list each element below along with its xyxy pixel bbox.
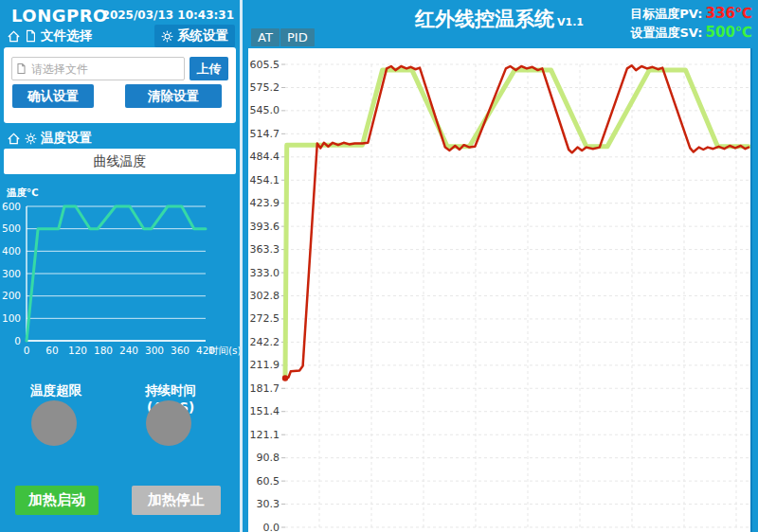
- svg-text:300: 300: [145, 345, 164, 356]
- home-icon[interactable]: [7, 29, 21, 44]
- pv-sv-readout: 目标温度PV:336℃ 设置温度SV:500℃: [630, 4, 752, 42]
- svg-text:60: 60: [45, 345, 58, 356]
- document-icon: [16, 62, 27, 75]
- sv-value: 500℃: [706, 24, 752, 41]
- svg-text:600: 600: [2, 201, 21, 212]
- sv-label: 设置温度SV:: [630, 26, 702, 40]
- svg-text:300: 300: [2, 268, 21, 279]
- svg-text:0: 0: [24, 345, 30, 356]
- over-limit-label: 温度超限: [18, 382, 94, 399]
- sv-row: 设置温度SV:500℃: [630, 23, 752, 42]
- main-chart-panel: 605.5575.2545.0514.7484.4454.1423.9393.6…: [248, 48, 752, 532]
- file-select-card: 上传 确认设置 清除设置: [4, 47, 236, 123]
- clear-settings-button[interactable]: 清除设置: [125, 84, 222, 108]
- svg-text:180: 180: [94, 345, 113, 356]
- over-limit-indicator: [31, 400, 77, 446]
- svg-text:121.1: 121.1: [250, 429, 280, 441]
- svg-text:360: 360: [171, 345, 190, 356]
- gear-icon: [25, 133, 37, 145]
- svg-text:393.6: 393.6: [250, 221, 280, 233]
- svg-text:333.0: 333.0: [250, 267, 280, 279]
- home-icon[interactable]: [7, 132, 21, 146]
- svg-text:0: 0: [14, 335, 21, 346]
- svg-text:454.1: 454.1: [250, 174, 280, 186]
- svg-text:60.5: 60.5: [257, 475, 280, 488]
- pv-row: 目标温度PV:336℃: [630, 4, 752, 23]
- heat-stop-button[interactable]: 加热停止: [132, 486, 221, 515]
- panel-divider: [240, 0, 243, 532]
- svg-text:时间(s): 时间(s): [208, 345, 240, 356]
- temp-section-header: 温度设置: [7, 129, 92, 148]
- temperature-trend-chart: 605.5575.2545.0514.7484.4454.1423.9393.6…: [248, 48, 750, 532]
- pv-label: 目标温度PV:: [630, 7, 702, 21]
- svg-text:181.7: 181.7: [250, 382, 280, 395]
- file-select-input[interactable]: [29, 62, 180, 77]
- file-icon: [25, 29, 37, 43]
- svg-text:100: 100: [2, 312, 21, 324]
- app-version: V1.1: [557, 16, 584, 28]
- app-window: LONGPRO 2025/03/13 10:43:31 文件选择 系统设置: [0, 0, 758, 532]
- svg-text:400: 400: [2, 245, 21, 257]
- svg-text:温度℃: 温度℃: [6, 186, 39, 198]
- left-panel: LONGPRO 2025/03/13 10:43:31 文件选择 系统设置: [0, 0, 240, 532]
- svg-text:120: 120: [68, 345, 87, 356]
- svg-text:272.5: 272.5: [250, 312, 280, 325]
- svg-text:363.3: 363.3: [250, 243, 280, 256]
- heat-start-button[interactable]: 加热启动: [15, 486, 99, 515]
- curve-temperature-button[interactable]: 曲线温度: [4, 149, 236, 174]
- system-settings-button[interactable]: 系统设置: [154, 25, 235, 47]
- file-input-wrap: [11, 57, 185, 80]
- file-section-title: 文件选择: [41, 27, 92, 44]
- svg-text:605.5: 605.5: [250, 59, 280, 71]
- gear-icon: [161, 30, 173, 43]
- svg-text:302.8: 302.8: [250, 290, 280, 302]
- svg-text:30.3: 30.3: [257, 498, 280, 510]
- svg-text:240: 240: [119, 345, 138, 356]
- svg-text:423.9: 423.9: [250, 197, 280, 209]
- datetime-display: 2025/03/13 10:43:31: [102, 9, 234, 22]
- svg-text:500: 500: [2, 222, 21, 234]
- setpoint-profile-chart: 6005004003002001000060120180240300360420…: [0, 182, 240, 358]
- svg-text:242.2: 242.2: [250, 336, 280, 348]
- svg-text:514.7: 514.7: [250, 128, 280, 140]
- duration-indicator: [146, 400, 191, 446]
- svg-text:484.4: 484.4: [250, 151, 280, 163]
- pv-value: 336℃: [706, 5, 752, 22]
- svg-text:90.8: 90.8: [257, 452, 280, 464]
- svg-text:545.0: 545.0: [250, 104, 280, 116]
- app-title: 红外线控温系统: [415, 8, 554, 30]
- upload-button[interactable]: 上传: [190, 57, 228, 80]
- svg-text:211.9: 211.9: [250, 359, 280, 371]
- file-section-header: 文件选择: [7, 27, 92, 45]
- temp-section-title: 温度设置: [41, 130, 92, 147]
- system-settings-label: 系统设置: [177, 27, 228, 44]
- svg-text:200: 200: [2, 290, 21, 301]
- svg-text:0.0: 0.0: [263, 522, 280, 532]
- svg-text:151.4: 151.4: [250, 405, 280, 417]
- app-logo: LONGPRO: [11, 6, 108, 26]
- confirm-settings-button[interactable]: 确认设置: [12, 84, 94, 108]
- svg-text:575.2: 575.2: [250, 81, 280, 94]
